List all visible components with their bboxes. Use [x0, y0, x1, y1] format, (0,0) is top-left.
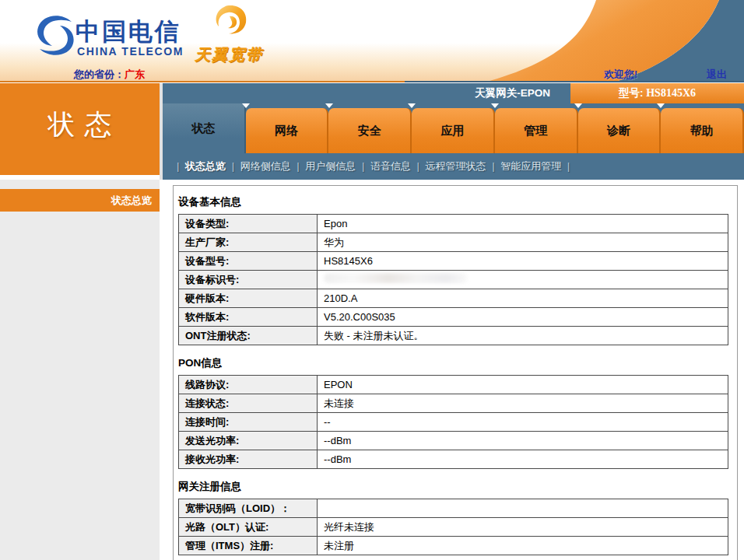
tab-notch [657, 103, 665, 108]
model-value: HS8145X6 [646, 87, 696, 99]
header-divider-right [405, 81, 744, 82]
field-value: 未连接 [318, 394, 728, 413]
header-swoosh-decoration [409, 0, 744, 82]
subnav-smart-app-management[interactable]: 智能应用管理 [500, 160, 561, 172]
field-label: 发送光功率: [179, 432, 318, 450]
tab-management[interactable]: 管理 [495, 108, 578, 153]
tab-notch [408, 103, 416, 108]
field-value: --dBm [318, 432, 728, 450]
section-title-pon-info: PON信息 [178, 356, 732, 370]
tab-label: 管理 [524, 124, 547, 138]
china-telecom-emblem-icon [36, 14, 75, 58]
field-label: 连接时间: [179, 413, 318, 432]
device-basic-info-table: 设备类型: Epon 生产厂家: 华为 设备型号: HS8145X6 设备标识号… [178, 214, 728, 345]
subnav-separator: | [297, 160, 299, 172]
field-value: 光纤未连接 [318, 518, 728, 537]
model-badge: 型号: HS8145X6 [570, 83, 744, 103]
tab-notch [325, 103, 333, 108]
brand-name-en: CHINA TELECOM [77, 45, 184, 58]
tab-security[interactable]: 安全 [328, 108, 412, 153]
field-label: ONT注册状态: [179, 327, 318, 345]
redacted-value [324, 273, 468, 283]
field-value: 未注册 [318, 537, 728, 555]
subnav-separator: | [362, 160, 364, 172]
section-title-gateway-registration: 网关注册信息 [178, 480, 732, 494]
field-value: EPON [318, 376, 728, 394]
field-label: 接收光功率: [179, 450, 318, 469]
header-divider-left [0, 81, 405, 82]
field-label: 硬件版本: [179, 289, 318, 308]
field-label: 光路（OLT）认证: [179, 518, 318, 537]
welcome-text: 欢迎您! [604, 68, 637, 82]
table-row: ONT注册状态: 失败 - 未注册未认证。 [179, 327, 728, 345]
tianyi-swirl-icon [212, 3, 249, 44]
pon-info-table: 线路协议: EPON 连接状态: 未连接 连接时间: -- 发送光功率: --d… [178, 375, 728, 469]
subnav-user-side-info[interactable]: 用户侧信息 [305, 160, 356, 172]
tab-status[interactable]: 状态 [163, 103, 246, 153]
tab-application[interactable]: 应用 [412, 108, 495, 153]
tab-label: 应用 [441, 124, 465, 138]
table-row: 接收光功率: --dBm [179, 450, 728, 469]
field-label: 生产厂家: [179, 233, 318, 252]
section-title-device-basic-info: 设备基本信息 [178, 195, 732, 209]
top-navigation: 天翼网关-EPON 型号: HS8145X6 状态 网络 安全 应用 管理 诊断… [163, 83, 744, 180]
sidebar: 状态总览 [0, 180, 160, 560]
field-label: 设备标识号: [179, 271, 318, 289]
field-value: -- [318, 413, 728, 432]
subnav-wan-side-info[interactable]: 网络侧信息 [240, 160, 291, 172]
tab-label: 诊断 [607, 124, 630, 138]
tab-notch [574, 103, 582, 108]
table-row: 宽带识别码（LOID）： [179, 499, 728, 518]
table-row: 设备型号: HS8145X6 [179, 252, 728, 271]
tab-label: 帮助 [690, 124, 714, 138]
table-row: 连接时间: -- [179, 413, 728, 432]
sidebar-item-status-overview[interactable]: 状态总览 [0, 189, 160, 212]
field-value [318, 499, 728, 518]
field-label: 线路协议: [179, 376, 318, 394]
gateway-registration-table: 宽带识别码（LOID）： 光路（OLT）认证: 光纤未连接 管理（ITMS）注册… [178, 499, 728, 555]
field-value [318, 271, 728, 289]
table-row: 连接状态: 未连接 [179, 394, 728, 413]
subnav-voice-info[interactable]: 语音信息 [370, 160, 411, 172]
table-row: 光路（OLT）认证: 光纤未连接 [179, 518, 728, 537]
field-label: 设备型号: [179, 252, 318, 271]
subnav-separator: | [492, 160, 494, 172]
field-value: V5.20.C00S035 [318, 308, 728, 327]
main-tab-bar: 状态 网络 安全 应用 管理 诊断 帮助 [163, 103, 744, 153]
province-value: 广东 [125, 68, 145, 80]
table-row: 生产厂家: 华为 [179, 233, 728, 252]
brand-name-cn: 中国电信 [75, 16, 181, 48]
tab-notch [242, 103, 250, 108]
tab-label: 状态 [191, 121, 215, 136]
page-title: 状态 [0, 107, 160, 143]
field-label: 连接状态: [179, 394, 318, 413]
sub-navigation: | 状态总览 | 网络侧信息 | 用户侧信息 | 语音信息 | 远程管理状态 |… [163, 153, 744, 180]
gateway-admin-page: 中国电信 CHINA TELECOM 天翼宽带 您的省份：广东 欢迎您! 退出 … [0, 0, 744, 560]
tab-help[interactable]: 帮助 [661, 108, 744, 153]
subnav-separator: | [567, 160, 570, 172]
page-title-block: 状态 [0, 83, 160, 175]
tianyi-broadband-logo-text: 天翼宽带 [195, 44, 263, 65]
province-indicator: 您的省份：广东 [74, 68, 145, 82]
field-value: 华为 [318, 233, 728, 252]
logout-link[interactable]: 退出 [707, 68, 727, 82]
field-label: 设备类型: [179, 215, 318, 233]
header: 中国电信 CHINA TELECOM 天翼宽带 您的省份：广东 欢迎您! 退出 [0, 0, 744, 82]
subnav-separator: | [232, 160, 234, 172]
table-row: 硬件版本: 210D.A [179, 289, 728, 308]
field-value: 210D.A [318, 289, 728, 308]
field-value: Epon [318, 215, 728, 233]
subnav-remote-management-status[interactable]: 远程管理状态 [426, 160, 486, 172]
content-panel: 设备基本信息 设备类型: Epon 生产厂家: 华为 设备型号: HS8145X… [173, 185, 738, 560]
field-label: 管理（ITMS）注册: [179, 537, 318, 555]
subnav-status-overview[interactable]: 状态总览 [185, 160, 226, 172]
model-prefix: 型号: [619, 87, 644, 99]
field-value: HS8145X6 [318, 252, 728, 271]
gateway-name-label: 天翼网关-EPON [163, 83, 570, 103]
province-label: 您的省份： [74, 68, 125, 80]
field-label: 宽带识别码（LOID）： [179, 499, 318, 518]
tab-notch [491, 103, 499, 108]
tab-network[interactable]: 网络 [246, 108, 329, 153]
table-row: 发送光功率: --dBm [179, 432, 728, 450]
tab-diagnosis[interactable]: 诊断 [578, 108, 662, 153]
